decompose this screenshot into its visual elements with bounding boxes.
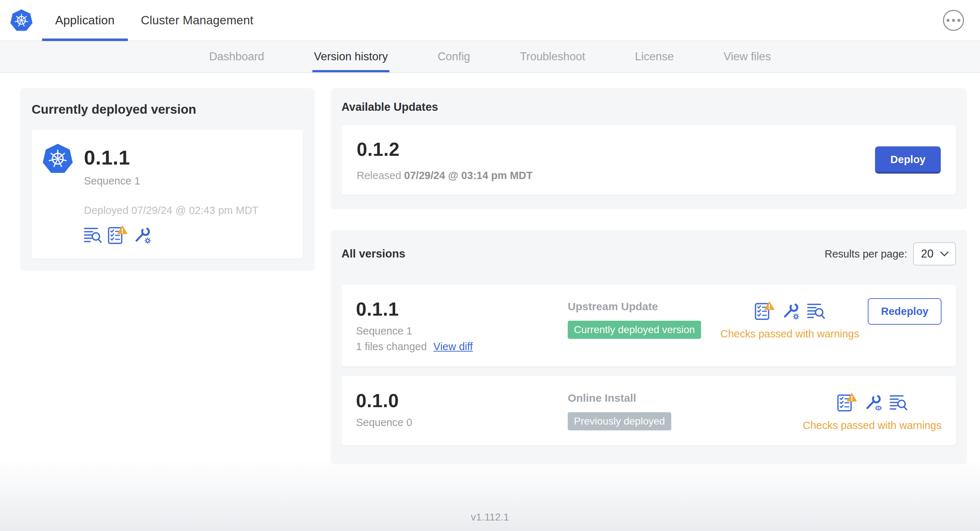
version-row-0-1-1: 0.1.1 Sequence 1 1 files changed View di… <box>341 285 956 366</box>
diagnostics-logs-icon[interactable] <box>807 302 825 319</box>
checks-status-text: Checks passed with warnings <box>803 420 942 431</box>
all-versions-card: All versions Results per page: 20 0.1.1 … <box>331 230 967 464</box>
app-logo <box>7 0 42 41</box>
available-updates-card: Available Updates 0.1.2 Released 07/29/2… <box>331 88 967 209</box>
app-subnav: Dashboard Version history Config Trouble… <box>0 41 980 73</box>
subnav-dashboard[interactable]: Dashboard <box>208 41 266 72</box>
results-per-page-select[interactable]: 20 <box>913 242 956 266</box>
currently-deployed-card: Currently deployed version 0.1.1 Sequenc… <box>20 88 315 271</box>
subnav-troubleshoot[interactable]: Troubleshoot <box>518 41 587 72</box>
config-wrench-eye-icon[interactable] <box>864 393 882 412</box>
config-wrench-gear-icon[interactable] <box>782 302 800 320</box>
tab-cluster-management[interactable]: Cluster Management <box>128 0 267 41</box>
update-released-timestamp: Released 07/29/24 @ 03:14 pm MDT <box>357 170 533 181</box>
diagnostics-logs-icon[interactable] <box>84 227 102 243</box>
subnav-view-files[interactable]: View files <box>722 41 772 72</box>
results-per-page-value: 20 <box>921 247 934 261</box>
row-sequence-label: Sequence 1 <box>356 325 568 337</box>
main-content: Currently deployed version 0.1.1 Sequenc… <box>0 73 980 458</box>
kubernetes-logo-icon <box>10 9 33 32</box>
page-footer: v1.112.1 <box>0 458 980 531</box>
row-source-label: Online Install <box>568 392 803 404</box>
diagnostics-logs-icon[interactable] <box>889 394 907 411</box>
preflight-checks-warning-icon[interactable] <box>837 393 857 412</box>
checks-status-text: Checks passed with warnings <box>720 328 859 340</box>
released-label: Released <box>357 170 401 181</box>
currently-deployed-title: Currently deployed version <box>32 102 303 117</box>
config-wrench-gear-icon[interactable] <box>133 226 151 244</box>
currently-deployed-version-panel: 0.1.1 Sequence 1 Deployed 07/29/24 @ 02:… <box>32 130 303 259</box>
version-row-0-1-0: 0.1.0 Sequence 0 Online Install Previous… <box>341 376 956 445</box>
view-diff-link[interactable]: View diff <box>433 341 473 353</box>
results-per-page-label: Results per page: <box>824 248 907 260</box>
ellipsis-menu-icon[interactable] <box>943 10 964 31</box>
subnav-config[interactable]: Config <box>436 41 472 72</box>
tab-application[interactable]: Application <box>42 0 128 41</box>
redeploy-button[interactable]: Redeploy <box>868 298 942 325</box>
subnav-license[interactable]: License <box>633 41 675 72</box>
available-update-row: 0.1.2 Released 07/29/24 @ 03:14 pm MDT D… <box>341 125 956 195</box>
top-header: Application Cluster Management <box>0 0 980 41</box>
kubernetes-app-icon <box>43 143 73 174</box>
current-deployed-timestamp: Deployed 07/29/24 @ 02:43 pm MDT <box>84 205 259 216</box>
current-version-number: 0.1.1 <box>84 146 259 169</box>
released-at: 07/29/24 @ 03:14 pm MDT <box>404 170 533 181</box>
all-versions-title: All versions <box>341 247 406 261</box>
row-source-label: Upstream Update <box>568 300 720 313</box>
chevron-down-icon <box>940 251 949 256</box>
files-changed-label: 1 files changed <box>356 341 427 353</box>
row-version-number: 0.1.0 <box>356 390 568 412</box>
console-version-label: v1.112.1 <box>471 511 509 523</box>
preflight-checks-warning-icon[interactable] <box>108 226 127 244</box>
update-version-number: 0.1.2 <box>357 138 533 160</box>
preflight-checks-warning-icon[interactable] <box>754 302 775 320</box>
deploy-button[interactable]: Deploy <box>875 146 941 173</box>
current-sequence-label: Sequence 1 <box>84 175 259 187</box>
available-updates-title: Available Updates <box>341 100 956 114</box>
header-tabs: Application Cluster Management <box>42 0 267 41</box>
subnav-version-history[interactable]: Version history <box>312 41 389 72</box>
status-badge-currently-deployed: Currently deployed version <box>568 321 701 339</box>
status-badge-previously-deployed: Previously deployed <box>568 412 671 431</box>
row-version-number: 0.1.1 <box>356 298 568 320</box>
row-sequence-label: Sequence 0 <box>356 417 568 429</box>
